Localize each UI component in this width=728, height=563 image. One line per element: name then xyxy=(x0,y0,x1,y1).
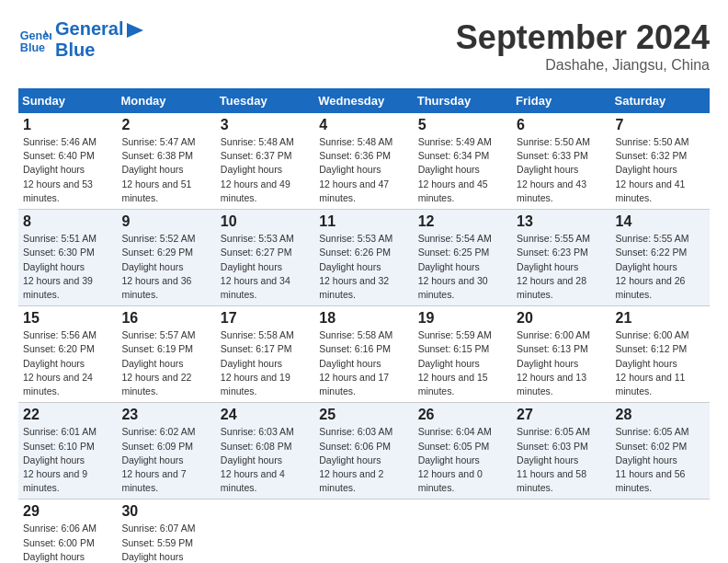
day-info: Sunrise: 5:57 AMSunset: 6:19 PMDaylight … xyxy=(121,328,210,398)
calendar-cell: 29 Sunrise: 6:06 AMSunset: 6:00 PMDaylig… xyxy=(18,500,117,563)
calendar-week-row: 22 Sunrise: 6:01 AMSunset: 6:10 PMDaylig… xyxy=(18,403,710,500)
day-number: 21 xyxy=(616,310,705,327)
day-info: Sunrise: 6:06 AMSunset: 6:00 PMDaylight … xyxy=(23,522,112,563)
day-info: Sunrise: 5:54 AMSunset: 6:25 PMDaylight … xyxy=(418,232,507,302)
calendar-cell xyxy=(512,500,610,563)
day-info: Sunrise: 5:48 AMSunset: 6:36 PMDaylight … xyxy=(319,135,408,205)
day-info: Sunrise: 5:51 AMSunset: 6:30 PMDaylight … xyxy=(23,232,112,302)
calendar-cell: 7 Sunrise: 5:50 AMSunset: 6:32 PMDayligh… xyxy=(611,113,710,210)
calendar-cell: 21 Sunrise: 6:00 AMSunset: 6:12 PMDaylig… xyxy=(611,306,710,403)
day-number: 18 xyxy=(319,310,408,327)
day-info: Sunrise: 5:53 AMSunset: 6:27 PMDaylight … xyxy=(221,232,310,302)
day-number: 19 xyxy=(418,310,507,327)
calendar-cell xyxy=(216,500,314,563)
weekday-header: Saturday xyxy=(611,88,710,113)
calendar-cell: 19 Sunrise: 5:59 AMSunset: 6:15 PMDaylig… xyxy=(414,306,512,403)
calendar-cell xyxy=(314,500,413,563)
day-info: Sunrise: 5:55 AMSunset: 6:22 PMDaylight … xyxy=(616,232,705,302)
day-number: 30 xyxy=(121,503,210,520)
calendar-cell: 11 Sunrise: 5:53 AMSunset: 6:26 PMDaylig… xyxy=(314,210,413,306)
day-number: 1 xyxy=(23,117,112,133)
calendar-cell: 17 Sunrise: 5:58 AMSunset: 6:17 PMDaylig… xyxy=(216,306,314,403)
day-number: 16 xyxy=(121,310,210,327)
day-info: Sunrise: 6:03 AMSunset: 6:08 PMDaylight … xyxy=(221,425,310,495)
page-header: General Blue General Blue September 2024… xyxy=(18,18,710,74)
calendar-cell: 12 Sunrise: 5:54 AMSunset: 6:25 PMDaylig… xyxy=(414,210,512,306)
calendar-cell: 3 Sunrise: 5:48 AMSunset: 6:37 PMDayligh… xyxy=(216,113,314,210)
calendar-cell: 22 Sunrise: 6:01 AMSunset: 6:10 PMDaylig… xyxy=(18,403,117,500)
svg-marker-3 xyxy=(127,23,143,38)
day-info: Sunrise: 5:46 AMSunset: 6:40 PMDaylight … xyxy=(23,135,112,205)
day-info: Sunrise: 6:00 AMSunset: 6:13 PMDaylight … xyxy=(517,328,606,398)
day-number: 26 xyxy=(418,407,507,423)
day-info: Sunrise: 5:47 AMSunset: 6:38 PMDaylight … xyxy=(121,135,210,205)
calendar-cell: 1 Sunrise: 5:46 AMSunset: 6:40 PMDayligh… xyxy=(18,113,117,210)
calendar-cell: 15 Sunrise: 5:56 AMSunset: 6:20 PMDaylig… xyxy=(18,306,117,403)
day-info: Sunrise: 6:00 AMSunset: 6:12 PMDaylight … xyxy=(616,328,705,398)
calendar-week-row: 1 Sunrise: 5:46 AMSunset: 6:40 PMDayligh… xyxy=(18,113,710,210)
day-number: 27 xyxy=(517,407,606,423)
calendar-cell: 13 Sunrise: 5:55 AMSunset: 6:23 PMDaylig… xyxy=(512,210,610,306)
calendar-table: SundayMondayTuesdayWednesdayThursdayFrid… xyxy=(18,88,710,563)
day-number: 11 xyxy=(319,213,408,230)
day-info: Sunrise: 5:59 AMSunset: 6:15 PMDaylight … xyxy=(418,328,507,398)
day-info: Sunrise: 5:48 AMSunset: 6:37 PMDaylight … xyxy=(221,135,310,205)
calendar-cell: 6 Sunrise: 5:50 AMSunset: 6:33 PMDayligh… xyxy=(512,113,610,210)
calendar-week-row: 8 Sunrise: 5:51 AMSunset: 6:30 PMDayligh… xyxy=(18,210,710,306)
day-number: 15 xyxy=(23,310,112,327)
day-info: Sunrise: 5:49 AMSunset: 6:34 PMDaylight … xyxy=(418,135,507,205)
weekday-header: Monday xyxy=(117,88,215,113)
weekday-header-row: SundayMondayTuesdayWednesdayThursdayFrid… xyxy=(18,88,710,113)
day-number: 3 xyxy=(221,117,310,133)
calendar-cell xyxy=(414,500,512,563)
day-number: 25 xyxy=(319,407,408,423)
calendar-cell xyxy=(611,500,710,563)
calendar-cell: 14 Sunrise: 5:55 AMSunset: 6:22 PMDaylig… xyxy=(611,210,710,306)
calendar-cell: 16 Sunrise: 5:57 AMSunset: 6:19 PMDaylig… xyxy=(117,306,215,403)
day-number: 5 xyxy=(418,117,507,133)
calendar-week-row: 15 Sunrise: 5:56 AMSunset: 6:20 PMDaylig… xyxy=(18,306,710,403)
day-number: 2 xyxy=(121,117,210,133)
calendar-cell: 4 Sunrise: 5:48 AMSunset: 6:36 PMDayligh… xyxy=(314,113,413,210)
day-number: 23 xyxy=(121,407,210,423)
weekday-header: Wednesday xyxy=(314,88,413,113)
calendar-cell: 9 Sunrise: 5:52 AMSunset: 6:29 PMDayligh… xyxy=(117,210,215,306)
calendar-cell: 26 Sunrise: 6:04 AMSunset: 6:05 PMDaylig… xyxy=(414,403,512,500)
calendar-week-row: 29 Sunrise: 6:06 AMSunset: 6:00 PMDaylig… xyxy=(18,500,710,563)
day-info: Sunrise: 5:52 AMSunset: 6:29 PMDaylight … xyxy=(121,232,210,302)
calendar-cell: 5 Sunrise: 5:49 AMSunset: 6:34 PMDayligh… xyxy=(414,113,512,210)
day-number: 7 xyxy=(616,117,705,133)
day-info: Sunrise: 5:58 AMSunset: 6:17 PMDaylight … xyxy=(221,328,310,398)
day-info: Sunrise: 6:04 AMSunset: 6:05 PMDaylight … xyxy=(418,425,507,495)
day-number: 14 xyxy=(616,213,705,230)
day-number: 17 xyxy=(221,310,310,327)
logo-text: General xyxy=(55,18,123,40)
day-info: Sunrise: 6:05 AMSunset: 6:03 PMDaylight … xyxy=(517,425,606,495)
logo-subtext: Blue xyxy=(55,40,123,61)
weekday-header: Friday xyxy=(512,88,610,113)
calendar-cell: 8 Sunrise: 5:51 AMSunset: 6:30 PMDayligh… xyxy=(18,210,117,306)
day-number: 9 xyxy=(121,213,210,230)
day-number: 20 xyxy=(517,310,606,327)
day-number: 28 xyxy=(616,407,705,423)
weekday-header: Thursday xyxy=(414,88,512,113)
calendar-cell: 18 Sunrise: 5:58 AMSunset: 6:16 PMDaylig… xyxy=(314,306,413,403)
logo: General Blue General Blue xyxy=(18,18,145,61)
day-number: 6 xyxy=(517,117,606,133)
day-info: Sunrise: 5:50 AMSunset: 6:33 PMDaylight … xyxy=(517,135,606,205)
location: Dashahe, Jiangsu, China xyxy=(456,57,710,74)
day-info: Sunrise: 6:07 AMSunset: 5:59 PMDaylight … xyxy=(121,522,210,563)
flag-icon xyxy=(125,23,145,49)
calendar-cell: 30 Sunrise: 6:07 AMSunset: 5:59 PMDaylig… xyxy=(117,500,215,563)
calendar-cell: 27 Sunrise: 6:05 AMSunset: 6:03 PMDaylig… xyxy=(512,403,610,500)
day-info: Sunrise: 5:55 AMSunset: 6:23 PMDaylight … xyxy=(517,232,606,302)
calendar-cell: 24 Sunrise: 6:03 AMSunset: 6:08 PMDaylig… xyxy=(216,403,314,500)
day-number: 10 xyxy=(221,213,310,230)
weekday-header: Sunday xyxy=(18,88,117,113)
day-number: 13 xyxy=(517,213,606,230)
day-number: 8 xyxy=(23,213,112,230)
calendar-cell: 20 Sunrise: 6:00 AMSunset: 6:13 PMDaylig… xyxy=(512,306,610,403)
svg-text:Blue: Blue xyxy=(20,41,45,54)
calendar-cell: 2 Sunrise: 5:47 AMSunset: 6:38 PMDayligh… xyxy=(117,113,215,210)
day-info: Sunrise: 6:01 AMSunset: 6:10 PMDaylight … xyxy=(23,425,112,495)
